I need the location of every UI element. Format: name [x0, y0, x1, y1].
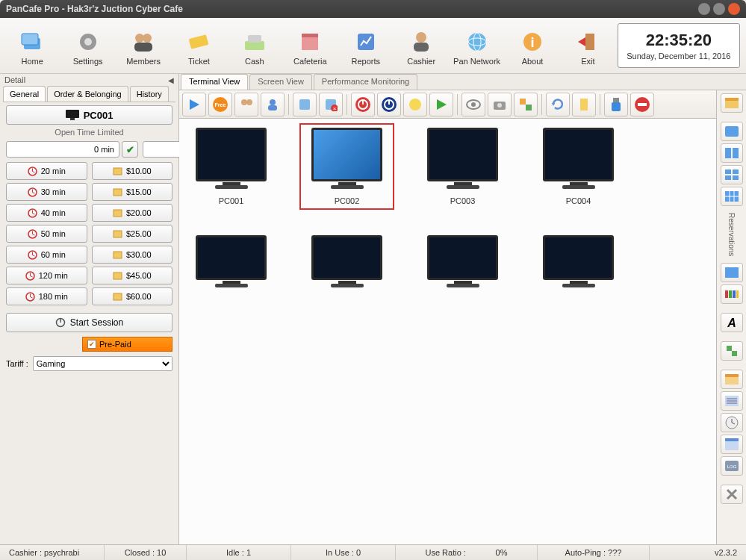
toolbar-home[interactable]: Home: [6, 25, 58, 66]
bookmark-button[interactable]: [572, 93, 596, 116]
svg-line-42: [32, 255, 34, 256]
side-calendar[interactable]: [721, 435, 743, 454]
transfer-button[interactable]: [514, 93, 538, 116]
play-button[interactable]: [182, 93, 206, 116]
clock-date: Sunday, December 11, 2016: [627, 52, 730, 60]
side-log[interactable]: LOG: [721, 456, 743, 476]
tab-order-belonging[interactable]: Order & Belonging: [47, 86, 128, 102]
free-button[interactable]: Free: [208, 93, 232, 116]
svg-rect-20: [585, 34, 594, 50]
toolbar-members[interactable]: Members: [117, 25, 170, 66]
preset-60min[interactable]: 60 min: [6, 246, 87, 264]
close-button[interactable]: [728, 3, 740, 15]
preset-60[interactable]: $60.00: [92, 287, 173, 305]
svg-rect-39: [114, 231, 122, 237]
closeblock-button[interactable]: ×: [319, 93, 343, 116]
maximize-button[interactable]: [713, 3, 725, 15]
user-button[interactable]: [261, 93, 285, 116]
shutdown-button[interactable]: [351, 93, 375, 116]
side-view4[interactable]: [721, 187, 743, 206]
reservations-label[interactable]: Reservations: [727, 213, 736, 256]
preset-180min[interactable]: 180 min: [6, 287, 87, 305]
preset-25[interactable]: $25.00: [92, 225, 173, 243]
side-tools[interactable]: [721, 485, 743, 504]
toolbar-about[interactable]: iAbout: [506, 25, 559, 66]
svg-rect-88: [725, 148, 731, 158]
preset-30[interactable]: $30.00: [92, 246, 173, 264]
stop-button[interactable]: [630, 93, 654, 116]
preset-20min[interactable]: 20 min: [6, 162, 87, 180]
side-view2[interactable]: [721, 143, 743, 163]
status-bar: Cashier : psychrabi Closed : 10 Idle : 1…: [0, 544, 746, 560]
preset-50min[interactable]: 50 min: [6, 225, 87, 243]
terminal-slot4[interactable]: [188, 235, 274, 287]
svg-point-71: [409, 99, 421, 111]
view-button[interactable]: [461, 93, 485, 116]
preset-20[interactable]: $20.00: [92, 204, 173, 222]
terminal-slot7[interactable]: [535, 235, 621, 287]
wakeup-button[interactable]: [403, 93, 427, 116]
terminal-PC004[interactable]: PC004: [535, 128, 621, 205]
selected-pc-header[interactable]: PC001: [6, 105, 172, 125]
side-view1[interactable]: [721, 122, 743, 141]
side-arrange[interactable]: [721, 341, 743, 361]
svg-point-5: [143, 34, 152, 43]
blank-button[interactable]: [293, 93, 317, 116]
svg-rect-51: [114, 293, 122, 300]
preset-40min[interactable]: 40 min: [6, 204, 87, 222]
tab-performance[interactable]: Performance Monitoring: [314, 74, 417, 90]
usb-button[interactable]: [604, 93, 628, 116]
terminal-PC001[interactable]: PC001: [188, 128, 274, 205]
tab-history[interactable]: History: [130, 86, 169, 102]
svg-rect-81: [613, 98, 619, 102]
tab-terminal-view[interactable]: Terminal View: [181, 74, 248, 90]
collapse-icon[interactable]: ◀: [168, 76, 174, 84]
status-closed: Closed : 10: [105, 545, 187, 560]
users-button[interactable]: [234, 93, 258, 116]
side-view3[interactable]: [721, 165, 743, 184]
side-clock[interactable]: [721, 413, 743, 432]
preset-15[interactable]: $15.00: [92, 183, 173, 201]
terminal-PC002[interactable]: PC002: [304, 128, 390, 205]
tab-screen-view[interactable]: Screen View: [249, 74, 312, 90]
toolbar-cafeteria[interactable]: Cafeteria: [284, 25, 336, 66]
preset-120min[interactable]: 120 min: [6, 267, 87, 284]
terminal-PC003[interactable]: PC003: [420, 128, 506, 205]
minimize-button[interactable]: [698, 3, 710, 15]
toolbar-reports[interactable]: Reports: [340, 25, 392, 66]
preset-10[interactable]: $10.00: [92, 162, 173, 180]
terminal-slot5[interactable]: [304, 235, 390, 287]
svg-line-26: [32, 171, 34, 172]
terminal-slot6[interactable]: [420, 235, 506, 287]
side-window[interactable]: [721, 370, 743, 389]
svg-rect-77: [520, 99, 526, 105]
toolbar-settings[interactable]: Settings: [61, 25, 114, 66]
preset-45[interactable]: $45.00: [92, 267, 173, 284]
prepaid-toggle[interactable]: ✔Pre-Paid: [82, 337, 172, 352]
screenshot-button[interactable]: [488, 93, 512, 116]
start-session-button[interactable]: Start Session: [6, 313, 172, 332]
toolbar-cash[interactable]: Cash: [229, 25, 281, 66]
toolbar-exit[interactable]: Exit: [562, 25, 614, 66]
status-inuse: In Use : 0: [291, 545, 396, 560]
tab-general[interactable]: General: [3, 86, 46, 102]
side-layout[interactable]: [721, 93, 743, 113]
title-bar: PanCafe Pro - Hak3r'z Juction Cyber Cafe: [0, 0, 746, 18]
side-list[interactable]: [721, 391, 743, 411]
toolbar-cashier[interactable]: Cashier: [395, 25, 447, 66]
svg-rect-82: [612, 102, 621, 111]
run-button[interactable]: [429, 93, 453, 116]
toolbar-ticket[interactable]: Ticket: [172, 25, 225, 66]
minutes-input[interactable]: [6, 141, 119, 158]
preset-30min[interactable]: 30 min: [6, 183, 87, 201]
side-font[interactable]: A: [721, 313, 743, 332]
toolbar-pan-network[interactable]: Pan Network: [450, 25, 503, 66]
side-view5[interactable]: [721, 263, 743, 282]
side-palette[interactable]: [721, 284, 743, 304]
refresh-button[interactable]: [546, 93, 570, 116]
tariff-select[interactable]: Gaming: [33, 356, 172, 371]
minutes-confirm[interactable]: ✔: [122, 141, 138, 158]
svg-rect-99: [725, 290, 728, 298]
restart-button[interactable]: [377, 93, 401, 116]
svg-rect-92: [725, 175, 731, 180]
